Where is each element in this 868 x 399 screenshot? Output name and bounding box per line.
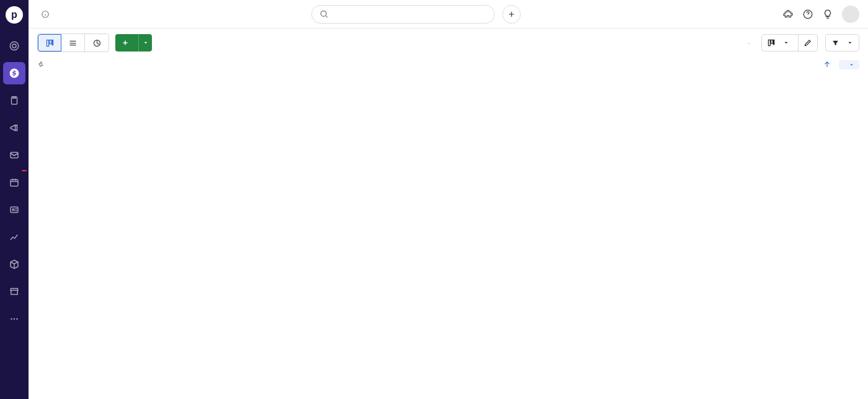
sidebar-item-mail[interactable] [3, 144, 25, 166]
store-icon [9, 286, 20, 297]
sidebar-item-campaigns[interactable] [3, 117, 25, 139]
svg-point-7 [12, 209, 14, 211]
topbar-center [50, 5, 782, 24]
toolbar: · [29, 29, 868, 57]
toolbar-right: · [744, 34, 859, 52]
megaphone-icon [9, 122, 20, 133]
pipeline-selector[interactable] [761, 34, 818, 52]
contacts-icon [9, 204, 20, 215]
brand-logo[interactable]: p [6, 6, 23, 24]
sidebar-item-marketplace[interactable] [3, 280, 25, 303]
svg-rect-15 [49, 40, 51, 43]
filter-selector[interactable] [825, 34, 859, 52]
svg-rect-18 [768, 40, 770, 45]
svg-point-8 [11, 318, 12, 320]
view-toggle-group [37, 34, 109, 52]
chart-icon [9, 231, 20, 243]
extensions-button[interactable] [782, 9, 794, 20]
puzzle-icon [782, 9, 794, 20]
svg-point-10 [16, 318, 18, 320]
user-avatar[interactable] [842, 6, 859, 23]
help-button[interactable] [802, 9, 813, 20]
caret-down-icon [849, 62, 854, 68]
help-icon [802, 9, 813, 20]
sidebar-item-contacts[interactable] [3, 199, 25, 221]
quick-add-button[interactable] [502, 5, 521, 24]
sidebar-item-projects[interactable] [3, 89, 25, 112]
forecast-icon [92, 38, 102, 48]
kanban-board [29, 76, 868, 399]
bulb-icon [822, 9, 833, 20]
search-input-wrapper[interactable] [311, 5, 495, 24]
dollar-icon [9, 68, 20, 79]
caret-down-icon [143, 40, 149, 46]
view-kanban-button[interactable] [38, 34, 61, 52]
sort-area [820, 58, 859, 71]
svg-rect-20 [774, 40, 774, 45]
pin-icon [37, 61, 45, 68]
clipboard-icon [9, 95, 20, 106]
pin-filters-button[interactable] [37, 61, 48, 68]
topbar [29, 0, 868, 29]
more-icon [9, 313, 20, 325]
svg-point-1 [12, 44, 16, 48]
svg-point-0 [10, 42, 19, 50]
pencil-icon [804, 38, 812, 47]
svg-rect-5 [11, 180, 18, 187]
sidebar-item-activities[interactable] [3, 171, 25, 194]
subbar [29, 57, 868, 76]
list-icon [68, 38, 78, 48]
svg-point-12 [321, 11, 327, 17]
pipeline-icon [767, 38, 776, 47]
svg-rect-19 [771, 40, 773, 43]
search-icon [319, 9, 329, 19]
view-forecast-button[interactable] [85, 34, 108, 52]
info-icon[interactable] [41, 10, 50, 19]
arrow-up-icon [823, 60, 831, 69]
sidebar-item-deals[interactable] [3, 62, 25, 84]
mail-icon [9, 150, 20, 161]
add-deal-dropdown[interactable] [138, 34, 152, 52]
calendar-icon [9, 177, 20, 188]
view-list-button[interactable] [61, 34, 85, 52]
activity-badge [22, 170, 27, 171]
deals-summary: · [744, 38, 754, 48]
sidebar-item-focus[interactable] [3, 35, 25, 57]
sort-selector[interactable] [839, 60, 859, 69]
target-icon [9, 40, 20, 52]
sort-direction-button[interactable] [820, 58, 834, 71]
caret-down-icon [847, 40, 853, 46]
kanban-icon [45, 38, 55, 48]
sidebar-item-insights[interactable] [3, 226, 25, 248]
caret-down-icon [783, 40, 789, 46]
tips-button[interactable] [822, 9, 833, 20]
svg-point-9 [14, 318, 16, 320]
search-input[interactable] [334, 9, 487, 19]
topbar-right [782, 6, 859, 23]
filter-icon [831, 39, 839, 47]
svg-rect-14 [46, 40, 48, 46]
add-deal-button[interactable] [115, 34, 152, 52]
svg-rect-16 [52, 40, 53, 45]
box-icon [9, 259, 20, 270]
pipeline-edit-button[interactable] [798, 35, 817, 51]
plus-icon [122, 39, 129, 47]
plus-icon [507, 10, 516, 19]
separator-dot: · [748, 38, 750, 48]
sidebar-item-more[interactable] [3, 308, 25, 330]
sidebar: p [0, 0, 29, 399]
main: · [29, 0, 868, 399]
sidebar-item-products[interactable] [3, 253, 25, 276]
